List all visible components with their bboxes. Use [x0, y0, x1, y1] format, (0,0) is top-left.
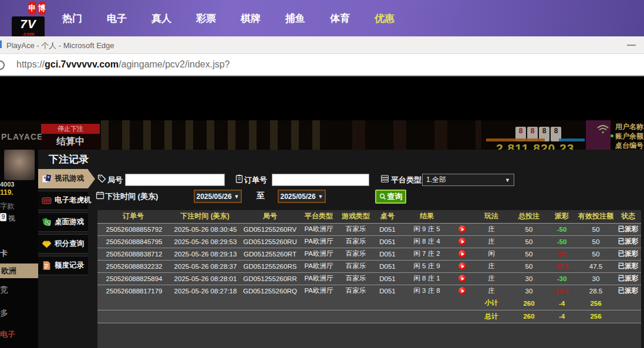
cell-replay: [452, 272, 472, 285]
cell-round: GD051255260RQ: [241, 285, 299, 297]
cell-play: 庄: [472, 260, 511, 272]
cell-game: 百家乐: [338, 285, 373, 297]
bg-settling-banner: 结算中: [41, 134, 100, 150]
total-bet: 260: [511, 310, 547, 323]
cell-table: D051: [373, 248, 402, 260]
col-header-order: 订单号: [97, 210, 169, 223]
replay-icon[interactable]: [458, 225, 466, 233]
cell-result: 闲 8 庄 4: [402, 235, 452, 248]
sidebar-item-slot-machine[interactable]: 777 电子老虎机: [38, 191, 88, 210]
table-header-row: 订单号 下注时间 (美东) 局号 平台类型 游戏类型 桌号 结果 玩法 总投注 …: [97, 210, 641, 223]
subtotal-row: 小计 260 -4 256: [97, 297, 641, 310]
bet-records-table-area: 订单号 下注时间 (美东) 局号 平台类型 游戏类型 桌号 结果 玩法 总投注 …: [97, 210, 641, 348]
bg-fragment-balance: 119.: [0, 188, 14, 197]
bg-fragment-text: 视: [8, 214, 15, 224]
bet-records-table: 订单号 下注时间 (美东) 局号 平台类型 游戏类型 桌号 结果 玩法 总投注 …: [97, 210, 641, 323]
cell-order: 250526088832232: [97, 260, 169, 272]
cell-status: 已派彩: [615, 285, 641, 297]
cell-time: 2025-05-26 08:29:13: [169, 248, 241, 260]
sidebar-item-label: 桌面游戏: [55, 217, 84, 227]
cell-game: 百家乐: [338, 235, 373, 248]
platform-list-icon: [380, 174, 389, 183]
replay-icon[interactable]: [458, 250, 466, 258]
bg-account-labels: 用户名称 账户余额 桌台编号: [615, 122, 644, 150]
date-from-picker[interactable]: 2025/05/26 ▼: [194, 190, 242, 203]
col-header-play: 玩法: [472, 210, 511, 223]
sidebar-item-video-games[interactable]: 9 视讯游戏: [38, 169, 88, 188]
total-spacer: [97, 310, 472, 323]
query-button-label: 查询: [387, 191, 403, 202]
round-number-label: 局号: [107, 175, 123, 185]
cell-play: 庄: [472, 235, 511, 248]
subtotal-label: 小计: [472, 297, 511, 310]
cell-replay: [452, 248, 472, 260]
background-left-strip: 4003 119. 字款 9 视 卡 欧洲 竞 多 电子: [0, 150, 38, 348]
sidebar-item-quota-records[interactable]: 额度记录: [38, 256, 88, 275]
chevron-down-icon: ▼: [234, 194, 240, 200]
round-number-input[interactable]: [125, 174, 225, 186]
cell-result: 闲 9 庄 5: [402, 223, 452, 235]
bg-fragment-card: 9: [0, 213, 6, 221]
replay-icon[interactable]: [458, 238, 466, 245]
bg-table-label: 桌台编号: [615, 141, 644, 150]
calendar-icon: [96, 191, 104, 200]
favicon-fragment-icon: [0, 40, 2, 48]
cell-payout: 28.5: [547, 285, 576, 297]
replay-icon[interactable]: [458, 275, 466, 282]
replay-icon[interactable]: [458, 287, 466, 295]
browser-urlbar: https://gci.7vvvvvv.com/agingame/pcv2/in…: [0, 54, 644, 76]
cell-order: 250526088838712: [97, 248, 169, 260]
window-title: PlayAce - 个人 - Microsoft Edge: [6, 40, 114, 51]
nav-item-hot[interactable]: 热门: [62, 12, 82, 25]
table-row: 2505260888387122025-05-26 08:29:13GD0512…: [97, 248, 641, 260]
address-bar[interactable]: https://gci.7vvvvvv.com/agingame/pcv2/in…: [16, 59, 230, 70]
platform-type-select[interactable]: 1.全部 ▼: [422, 174, 514, 186]
sidebar-item-label: 视讯游戏: [55, 174, 84, 184]
cell-order: 250526088817179: [97, 285, 169, 297]
cell-order: 250526088825894: [97, 272, 169, 285]
logo-badge-1: 申: [28, 2, 36, 15]
cell-table: D051: [373, 223, 402, 235]
cell-result: 闲 7 庄 2: [402, 248, 452, 260]
total-row: 总计 260 -4 256: [97, 310, 641, 323]
sidebar-item-table-games[interactable]: 桌面游戏: [38, 212, 88, 232]
cell-order: 250526088855792: [97, 223, 169, 235]
nav-item-slots[interactable]: 电子: [107, 12, 127, 25]
cell-status: 已派彩: [615, 272, 641, 285]
nav-item-live[interactable]: 真人: [151, 12, 171, 25]
sidebar-item-points-query[interactable]: 积分查询: [38, 234, 88, 254]
table-body: 2505260888557922025-05-26 08:30:45GD0512…: [97, 223, 641, 297]
table-row: 2505260888557922025-05-26 08:30:45GD0512…: [97, 223, 641, 235]
bg-status-dot: [611, 134, 613, 137]
cell-round: GD051255260RV: [241, 223, 299, 235]
platform-type-label: 平台类型: [391, 175, 422, 185]
bg-slot-machines-2: [352, 120, 481, 150]
cell-status: 已派彩: [615, 248, 641, 260]
cell-platform: PA欧洲厅: [299, 285, 338, 297]
nav-item-promo[interactable]: 优惠: [375, 12, 395, 25]
cell-bet: 50: [511, 248, 547, 260]
cell-valid: 50: [576, 235, 615, 248]
replay-icon[interactable]: [458, 262, 466, 270]
cell-valid: 50: [576, 223, 615, 235]
cell-time: 2025-05-26 08:29:53: [169, 235, 241, 248]
date-to-picker[interactable]: 2025/05/26 ▼: [278, 190, 326, 203]
nav-item-boardgames[interactable]: 棋牌: [241, 12, 261, 25]
reload-icon[interactable]: [0, 60, 5, 70]
wifi-icon: [596, 124, 609, 134]
cell-bet: 50: [511, 260, 547, 272]
order-number-input[interactable]: [272, 174, 369, 186]
query-button[interactable]: 查询: [375, 190, 406, 204]
col-header-time: 下注时间 (美东): [169, 210, 241, 223]
site-logo[interactable]: 申 博 7V .com: [12, 2, 46, 36]
main-nav: 热门 电子 真人 彩票 棋牌 捕鱼 体育 优惠: [62, 0, 395, 36]
order-number-label: 订单号: [244, 175, 267, 185]
bg-fragment-text: 多: [0, 308, 8, 319]
minimize-button[interactable]: [627, 45, 636, 46]
to-label: 至: [257, 191, 265, 201]
bg-stop-betting-banner: 停止下注: [41, 124, 100, 134]
nav-item-sports[interactable]: 体育: [330, 12, 350, 25]
cell-status: 已派彩: [615, 235, 641, 248]
nav-item-lottery[interactable]: 彩票: [196, 12, 216, 25]
nav-item-fishing[interactable]: 捕鱼: [285, 12, 305, 25]
